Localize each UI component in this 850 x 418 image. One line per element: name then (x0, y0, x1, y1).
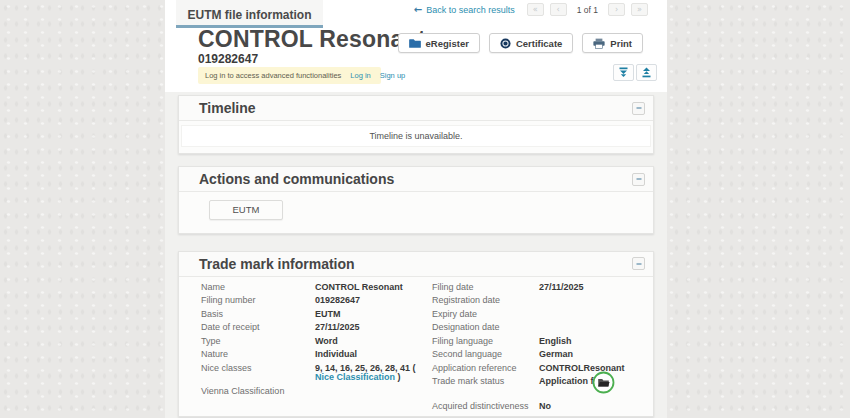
print-button[interactable]: Print (582, 33, 643, 53)
trademark-section-body: Name CONTROL Resonant Filing number 0192… (179, 277, 653, 416)
info-row-registration-date: Registration date (432, 296, 656, 306)
field-value: English (539, 337, 656, 347)
info-row-filing-number: Filing number 019282647 (201, 296, 427, 306)
pager-first-button[interactable]: « (527, 3, 544, 16)
field-label: Filing number (201, 296, 315, 306)
collapse-all-button[interactable] (613, 64, 634, 81)
info-row-date-of-receipt: Date of receipt 27/11/2025 (201, 323, 427, 333)
field-label: Filing date (432, 283, 539, 293)
info-row-trademark-status: Trade mark status Application filed (432, 377, 656, 387)
page-header: EUTM file information ← Back to search r… (165, 0, 667, 92)
field-label: Nature (201, 350, 315, 360)
info-row-basis: Basis EUTM (201, 310, 427, 320)
top-navigation: ← Back to search results « ‹ 1 of 1 › » (414, 3, 648, 16)
field-value (315, 387, 427, 397)
field-value: EUTM (315, 310, 427, 320)
info-row-filing-date: Filing date 27/11/2025 (432, 283, 656, 293)
timeline-collapse-button[interactable] (632, 102, 645, 115)
field-label: Acquired distinctiveness (432, 402, 539, 412)
actions-section-title: Actions and communications (199, 171, 394, 187)
field-label: Trade mark status (432, 377, 539, 387)
collapse-icon (636, 261, 642, 267)
section-toggle-controls (613, 64, 657, 81)
login-link[interactable]: Log in (350, 71, 370, 80)
collapse-icon (636, 176, 642, 182)
timeline-section: Timeline Timeline is unavailable. (178, 95, 654, 154)
field-value (539, 310, 656, 320)
field-value (539, 323, 656, 333)
field-label: Nice classes (201, 364, 315, 383)
status-folder-icon (592, 371, 615, 397)
login-banner: Log in to access advanced functionalitie… (198, 67, 381, 84)
collapse-icon (636, 105, 642, 111)
eregister-label: eRegister (426, 38, 469, 49)
info-row-second-language: Second language German (432, 350, 656, 360)
actions-section-header: Actions and communications (179, 167, 653, 192)
trademark-section-header: Trade mark information (179, 252, 653, 277)
field-label: Date of receipt (201, 323, 315, 333)
timeline-empty-message: Timeline is unavailable. (181, 125, 651, 147)
back-arrow-icon: ← (414, 4, 422, 15)
field-value: 27/11/2025 (315, 323, 427, 333)
pager-status: 1 of 1 (577, 5, 598, 15)
field-value: 019282647 (315, 296, 427, 306)
nice-classes-numbers: 9, 14, 16, 25, 26, 28, 41 ( (315, 363, 416, 373)
timeline-section-title: Timeline (199, 100, 256, 116)
print-icon (593, 38, 605, 49)
trademark-section-title: Trade mark information (199, 256, 355, 272)
login-banner-message: Log in to access advanced functionalitie… (205, 71, 341, 80)
trademark-filing-number: 019282647 (198, 52, 258, 66)
field-value: German (539, 350, 656, 360)
info-row-designation-date: Designation date (432, 323, 656, 333)
info-row-nice-classes: Nice classes 9, 14, 16, 25, 26, 28, 41 (… (201, 364, 427, 383)
folder-icon (409, 38, 421, 48)
actions-communications-section: Actions and communications EUTM (178, 166, 654, 234)
collapse-all-icon (619, 67, 628, 78)
actions-collapse-button[interactable] (632, 173, 645, 186)
timeline-section-body: Timeline is unavailable. (179, 121, 653, 153)
eutm-tab-button[interactable]: EUTM (209, 200, 283, 220)
info-row-acquired-distinctiveness: Acquired distinctiveness No (432, 402, 656, 412)
field-label: Filing language (432, 337, 539, 347)
actions-section-body: EUTM (179, 192, 653, 233)
back-to-search-link[interactable]: ← Back to search results (414, 4, 515, 15)
eregister-button[interactable]: eRegister (398, 33, 480, 53)
certificate-button[interactable]: Certificate (489, 33, 573, 53)
field-value: No (539, 402, 656, 412)
trademark-name-title: CONTROL Resonant (198, 26, 426, 53)
info-row-application-reference: Application reference CONTROLResonant (432, 364, 656, 374)
field-label: Name (201, 283, 315, 293)
expand-all-button[interactable] (636, 64, 657, 81)
pager-last-button[interactable]: » (631, 3, 648, 16)
trademark-info-section: Trade mark information Name CONTROL Reso… (178, 251, 654, 417)
info-row-name: Name CONTROL Resonant (201, 283, 427, 293)
field-label: Type (201, 337, 315, 347)
info-row-filing-language: Filing language English (432, 337, 656, 347)
pager-next-button[interactable]: › (608, 3, 625, 16)
trademark-info-right-column: Filing date 27/11/2025 Registration date… (432, 283, 656, 416)
field-value (539, 296, 656, 306)
trademark-info-left-column: Name CONTROL Resonant Filing number 0192… (201, 283, 427, 401)
certificate-icon (500, 38, 511, 49)
field-value: CONTROL Resonant (315, 283, 427, 293)
info-row-expiry-date: Expiry date (432, 310, 656, 320)
signup-link[interactable]: Sign up (380, 71, 405, 80)
field-label: Second language (432, 350, 539, 360)
field-label: Registration date (432, 296, 539, 306)
field-label: Expiry date (432, 310, 539, 320)
field-label: Designation date (432, 323, 539, 333)
certificate-label: Certificate (516, 38, 562, 49)
header-action-buttons: eRegister Certificate Print (398, 33, 643, 53)
pager-prev-button[interactable]: ‹ (550, 3, 567, 16)
info-row-vienna-classification: Vienna Classification (201, 387, 427, 397)
field-label: Basis (201, 310, 315, 320)
print-label: Print (610, 38, 632, 49)
expand-all-icon (642, 67, 651, 78)
field-label: Application reference (432, 364, 539, 374)
timeline-section-header: Timeline (179, 96, 653, 121)
trademark-collapse-button[interactable] (632, 257, 645, 270)
field-value: 9, 14, 16, 25, 26, 28, 41 ( Nice Classif… (315, 364, 427, 383)
tab-eutm-file-information[interactable]: EUTM file information (176, 0, 323, 28)
nice-classification-link[interactable]: Nice Classification (315, 372, 395, 382)
field-value: Word (315, 337, 427, 347)
